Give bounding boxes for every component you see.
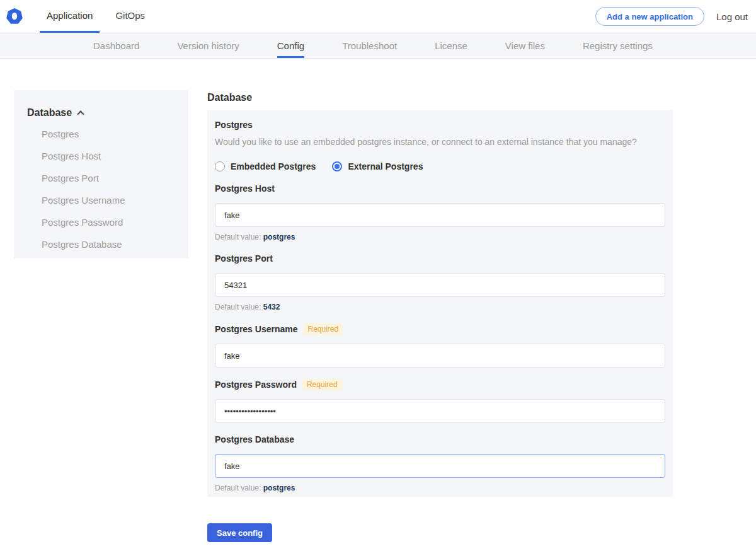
postgres-radio-group: Embedded Postgres External Postgres (215, 161, 665, 172)
sidebar-group-database[interactable]: Database (27, 107, 178, 119)
default-label: Default value: (215, 484, 261, 492)
postgres-database-default: Default value: postgres (215, 484, 665, 493)
default-label: Default value: (215, 303, 261, 311)
sidebar-group-label: Database (27, 107, 72, 119)
radio-embedded-postgres-label: Embedded Postgres (231, 161, 316, 171)
subnav-item-troubleshoot[interactable]: Troubleshoot (342, 33, 397, 58)
radio-external-postgres-label: External Postgres (348, 161, 423, 171)
subnav-item-license[interactable]: License (435, 33, 467, 58)
subnav-item-config[interactable]: Config (277, 33, 304, 58)
default-value: postgres (263, 233, 295, 241)
config-card: Postgres Would you like to use an embedd… (207, 110, 673, 497)
save-config-button[interactable]: Save config (207, 523, 272, 542)
top-tabs: Application GitOps (40, 0, 152, 33)
radio-embedded-postgres[interactable]: Embedded Postgres (215, 161, 316, 171)
postgres-port-label-row: Postgres Port (215, 253, 665, 264)
radio-unchecked-icon[interactable] (215, 161, 225, 171)
config-main: Database Postgres Would you like to use … (207, 91, 673, 542)
default-value: 5432 (263, 303, 280, 311)
config-sidebar: Database Postgres Postgres Host Postgres… (14, 90, 188, 258)
radio-external-postgres[interactable]: External Postgres (332, 161, 423, 171)
postgres-host-input[interactable] (215, 203, 665, 227)
sidebar-item-postgres-database[interactable]: Postgres Database (42, 240, 178, 249)
tab-gitops[interactable]: GitOps (108, 0, 152, 33)
postgres-group-label: Postgres (215, 120, 665, 130)
required-badge: Required (304, 323, 343, 335)
default-value: postgres (263, 484, 295, 492)
topbar: Application GitOps Add a new application… (0, 0, 756, 33)
postgres-host-label: Postgres Host (215, 183, 275, 194)
subnav-item-dashboard[interactable]: Dashboard (93, 33, 139, 58)
subnav-item-view-files[interactable]: View files (505, 33, 545, 58)
logout-button[interactable]: Log out (716, 11, 748, 22)
tab-application[interactable]: Application (40, 0, 100, 33)
chevron-up-icon (77, 110, 84, 117)
radio-checked-icon[interactable] (332, 161, 342, 171)
section-title: Database (207, 91, 673, 103)
postgres-host-label-row: Postgres Host (215, 183, 665, 194)
app-logo-icon (6, 8, 23, 25)
sidebar-item-postgres-username[interactable]: Postgres Username (42, 195, 178, 205)
postgres-port-label: Postgres Port (215, 253, 273, 264)
topbar-right: Add a new application Log out (595, 0, 748, 33)
postgres-database-input[interactable] (215, 454, 665, 478)
postgres-password-input[interactable] (215, 399, 665, 423)
app-subnav: Dashboard Version history Config Trouble… (0, 33, 756, 59)
sidebar-item-postgres-host[interactable]: Postgres Host (42, 151, 178, 161)
default-label: Default value: (215, 233, 261, 241)
postgres-database-label-row: Postgres Database (215, 434, 665, 445)
sidebar-items: Postgres Postgres Host Postgres Port Pos… (27, 129, 178, 249)
postgres-database-label: Postgres Database (215, 434, 294, 445)
subnav-item-version-history[interactable]: Version history (177, 33, 239, 58)
sidebar-item-postgres[interactable]: Postgres (42, 129, 178, 139)
postgres-username-label-row: Postgres Username Required (215, 323, 665, 335)
postgres-password-label-row: Postgres Password Required (215, 379, 665, 390)
postgres-username-input[interactable] (215, 344, 665, 368)
postgres-port-default: Default value: 5432 (215, 303, 665, 312)
postgres-help-text: Would you like to use an embedded postgr… (215, 137, 665, 148)
add-application-button[interactable]: Add a new application (595, 7, 704, 26)
postgres-host-default: Default value: postgres (215, 233, 665, 242)
sidebar-item-postgres-port[interactable]: Postgres Port (42, 173, 178, 183)
postgres-port-input[interactable] (215, 273, 665, 297)
subnav-item-registry-settings[interactable]: Registry settings (583, 33, 653, 58)
postgres-password-label: Postgres Password (215, 380, 297, 390)
postgres-username-label: Postgres Username (215, 324, 298, 335)
sidebar-item-postgres-password[interactable]: Postgres Password (42, 218, 178, 227)
required-badge: Required (302, 379, 342, 390)
